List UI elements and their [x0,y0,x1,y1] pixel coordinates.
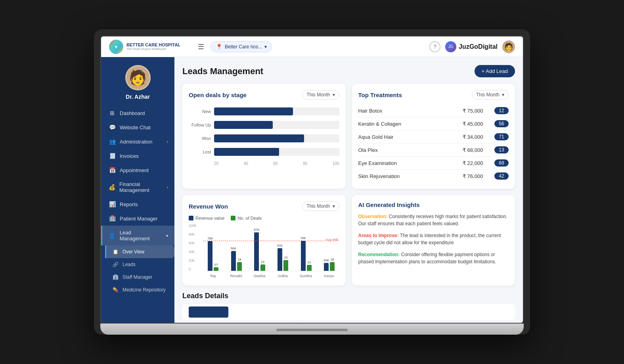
bar-value: 20K [323,259,329,262]
sidebar-item-reports[interactable]: 📊 Reports [101,197,174,211]
chevron-down-icon: ▾ [166,234,168,238]
treatment-count: 71 [494,133,509,140]
topbar-right: ? JG JuzGoDigital 🧑 [429,40,515,53]
ai-insights-card: AI Generated Insights Observation: Consi… [352,195,515,285]
logo-text: BETTER CARE HOSPITAL The heart of your h… [126,42,180,51]
top-treatments-month-dropdown[interactable]: This Month ▾ [472,90,509,100]
location-pin-icon: 📍 [216,44,222,50]
patient-icon: 🏥 [109,215,116,222]
sidebar-item-staff-manager[interactable]: 👔 Staff Manager [105,271,174,284]
deals-bar [330,262,335,271]
y-label: 60k [189,241,201,245]
legend-label: Revenue value [195,216,224,220]
bar-row-lost: Lost [189,148,339,156]
bar-groups: 75K 07 Raj [203,224,339,271]
appointment-icon: 📅 [109,167,116,173]
bar-row-won: Won [189,134,339,142]
lead-management-submenu: 📋 Over View 🔗 Leads 👔 Staff Manager 💊 Me… [101,245,174,296]
sidebar-item-label: Reports [120,201,138,207]
top-treatments-header: Top Treatments This Month ▾ [358,90,509,100]
bar-label: New [189,109,211,114]
revenue-bar [231,251,236,271]
bar-track [214,148,339,156]
page-header: Leads Management + Add Lead [182,65,515,77]
user-avatar[interactable]: 🧑 [502,40,515,53]
group-label: Geetha [254,274,266,278]
revenue-bar [301,241,306,271]
sidebar-item-leads[interactable]: 🔗 Leads [105,258,174,271]
legend-dot-revenue [189,216,193,220]
legend-dot-deals [231,216,235,220]
brand-logo: JG JuzGoDigital [445,41,498,52]
sidebar-item-patient[interactable]: 🏥 Patient Manager [101,211,174,226]
bar-group-geetha: 97K 13 Geetha [249,224,270,271]
avg-label: Avg-69k [325,238,339,242]
hamburger-icon[interactable]: ☰ [198,42,204,51]
bar-group-sunitha: 76K 12 Sunitha [296,224,316,271]
revenue-title: Revenue Won [189,203,228,210]
top-treatments-title: Top Treatments [358,92,402,98]
admin-icon: 👥 [109,138,116,145]
sidebar-item-appointment[interactable]: 📅 Appointment [101,163,174,177]
treatment-count: 12 [494,107,509,114]
bar-group-kavyo: 20K 18 Kavyo [319,224,339,271]
avg-line: Avg-69k [203,241,339,242]
sidebar-item-administration[interactable]: 👥 Administration › [101,134,174,149]
brand-name: JuzGoDigital [459,43,498,50]
logo-icon: + [109,40,123,54]
leads-filter-btn[interactable] [189,307,228,318]
sidebar-item-invoices[interactable]: 🧾 Invoices [101,149,174,163]
overview-icon: 📋 [113,249,119,255]
bar-label: Lost [189,149,211,154]
treatment-price: ₹ 68,000 [463,147,494,153]
revenue-bar [208,241,212,271]
sidebar-item-financial[interactable]: 💰 Financial Management › [101,177,174,197]
bar-track [214,134,339,142]
reports-icon: 📊 [109,201,116,207]
sidebar-item-lead-management[interactable]: 👤 Lead Management ▾ [101,226,174,245]
open-deals-title: Open deals by stage [189,92,247,98]
sidebar: 🧑 Dr. Azhar ⊞ Dashboard 💬 Website Chat 👥… [101,57,174,323]
recommendation-label: Recommendation: [358,252,400,257]
revenue-bar [324,263,329,271]
chevron-down-icon: ▾ [264,44,267,50]
sidebar-item-medicine-repository[interactable]: 💊 Medicine Repository [105,284,174,296]
treatment-name: Keratin & Collagen [358,121,463,127]
location-selector[interactable]: 📍 Better Care hos... ▾ [211,41,272,52]
improve-block: Areas to Improve: The lead is interested… [358,232,509,246]
treatment-price: ₹ 76,000 [463,173,494,179]
bar-value: 12 [307,261,311,264]
bar-label: Won [189,136,211,141]
second-cards-row: Revenue Won This Month ▾ Revenue value [182,195,515,285]
leads-details-title: Leads Details [182,292,515,300]
add-lead-button[interactable]: + Add Lead [475,65,515,77]
chevron-down-icon: ▾ [502,92,504,98]
y-label: 80k [189,232,201,236]
sidebar-item-label: Financial Management [119,181,163,193]
sidebar-item-website-chat[interactable]: 💬 Website Chat [101,120,174,134]
bar-value: 75K [207,237,213,240]
treatment-count: 42 [494,172,509,180]
avatar: 🧑 [125,65,151,90]
deals-bar [307,265,312,271]
revenue-bar [278,248,282,271]
chevron-right-icon: › [167,140,168,144]
bar-group-anitha: 57K 22 Anitha [273,224,293,271]
bar-track [214,107,339,115]
content-area: Leads Management + Add Lead Open deals b… [174,57,523,323]
logo-title: BETTER CARE HOSPITAL [126,42,180,47]
deals-bar [283,260,288,271]
help-icon[interactable]: ? [429,41,440,52]
bar-value: 18 [331,258,334,261]
revenue-month-dropdown[interactable]: This Month ▾ [302,201,339,211]
medicine-icon: 💊 [113,287,119,293]
open-deals-month-dropdown[interactable]: This Month ▾ [302,90,339,100]
bar-value: 22 [284,256,288,259]
treatment-row: Aqua Gold Hair ₹ 34,000 71 [358,130,509,144]
axis-label: 80 [303,161,307,166]
improve-label: Areas to Improve: [358,233,399,238]
y-axis: 100k 80k 60k 40k 20k 0 [189,224,201,271]
sidebar-item-overview[interactable]: 📋 Over View [105,245,174,258]
sidebar-item-dashboard[interactable]: ⊞ Dashboard [101,106,174,120]
treatment-name: Ola Plex [358,147,463,153]
